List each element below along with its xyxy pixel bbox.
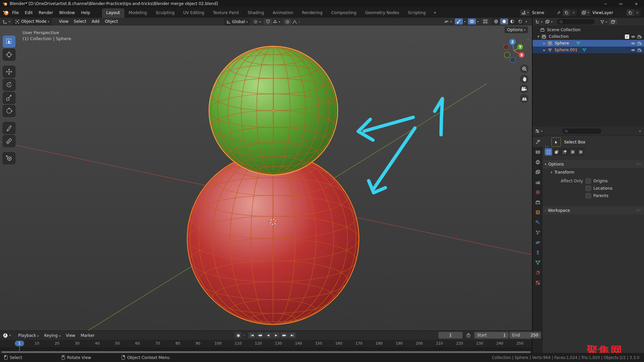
close-button[interactable]: ×: [629, 0, 644, 7]
viewport-options-button[interactable]: Options▾: [504, 26, 528, 33]
add-workspace-button[interactable]: +: [430, 8, 440, 18]
viewlayer-copy-button[interactable]: [627, 9, 634, 16]
timeline-editor-type-button[interactable]: ▾: [2, 333, 11, 339]
playback-menu[interactable]: Playback▾: [15, 333, 42, 338]
shading-wireframe-button[interactable]: [492, 18, 500, 24]
select-menu[interactable]: Select: [71, 19, 89, 24]
jump-to-start-button[interactable]: |◀: [248, 332, 256, 338]
tab-material[interactable]: [533, 267, 543, 278]
tool-rotate[interactable]: [3, 79, 15, 91]
outliner-row-collection[interactable]: ▼ Collection ✓: [533, 33, 644, 40]
hide-eye-icon[interactable]: [631, 35, 636, 39]
minimize-button[interactable]: ─: [598, 0, 613, 7]
timeline-track-band[interactable]: [0, 347, 532, 351]
xray-toggle[interactable]: [481, 18, 489, 24]
region-collapse-chevron[interactable]: ‹: [527, 37, 529, 42]
overlays-dropdown[interactable]: ▾: [477, 20, 479, 23]
outliner-search-input[interactable]: [557, 19, 595, 24]
transform-subpanel-header[interactable]: ▾Transform: [549, 168, 644, 176]
shading-solid-button[interactable]: [500, 18, 508, 24]
menu-render[interactable]: Render: [36, 9, 56, 16]
tab-sculpting[interactable]: Sculpting: [151, 8, 179, 18]
blender-menu-icon[interactable]: [3, 9, 9, 16]
tab-tool[interactable]: [533, 137, 543, 147]
outliner-filter-button[interactable]: ▾: [599, 19, 608, 25]
pin-icon[interactable]: [557, 11, 561, 15]
keying-menu[interactable]: Keying▾: [42, 333, 63, 338]
select-mode-invert[interactable]: [569, 148, 576, 156]
timeline-view-menu[interactable]: View: [63, 333, 78, 338]
snap-target-dropdown[interactable]: ▾: [272, 19, 281, 25]
tab-particles[interactable]: [533, 227, 543, 237]
tab-layout[interactable]: Layout: [102, 8, 124, 18]
show-object-types-dropdown[interactable]: ▾: [443, 18, 452, 24]
tab-texture-paint[interactable]: Texture Paint: [209, 8, 243, 18]
tab-compositing[interactable]: Compositing: [327, 8, 361, 18]
gizmos-dropdown[interactable]: ▾: [464, 20, 466, 23]
viewlayer-browse-button[interactable]: ▾: [580, 9, 590, 16]
play-reverse-button[interactable]: ◀: [264, 332, 272, 338]
next-keyframe-button[interactable]: ◆▶: [280, 332, 288, 338]
menu-edit[interactable]: Edit: [22, 9, 36, 16]
workspace-panel-header[interactable]: ›Workspace ⠿⠿: [543, 206, 644, 215]
properties-search-input[interactable]: [562, 128, 601, 134]
tool-cursor[interactable]: [3, 49, 15, 61]
select-mode-subtract[interactable]: [561, 148, 568, 156]
tab-geometry-nodes[interactable]: Geometry Nodes: [361, 8, 404, 18]
zoom-view-button[interactable]: [520, 64, 529, 73]
tab-constraints[interactable]: [533, 247, 543, 257]
snap-toggle[interactable]: [264, 19, 272, 25]
expand-arrow-icon[interactable]: ▶: [542, 49, 547, 52]
tab-modifiers[interactable]: [533, 217, 543, 227]
hide-eye-icon[interactable]: [631, 41, 636, 46]
tool-measure[interactable]: [3, 135, 15, 147]
tab-scene[interactable]: [533, 177, 543, 187]
scene-unlink-button[interactable]: ×: [570, 9, 577, 16]
tab-render[interactable]: [533, 147, 543, 157]
tab-output[interactable]: [533, 157, 543, 167]
tool-select-box[interactable]: [3, 36, 15, 48]
playhead-line[interactable]: [19, 346, 20, 351]
tab-view-layer[interactable]: [533, 167, 543, 177]
gizmos-toggle[interactable]: [455, 18, 463, 24]
jump-to-end-button[interactable]: ▶|: [288, 332, 296, 338]
origins-checkbox[interactable]: [586, 178, 591, 184]
outliner-filter-type-button[interactable]: ▾: [544, 19, 553, 25]
render-camera-icon[interactable]: [637, 35, 642, 39]
outliner-row-scene-collection[interactable]: Scene Collection: [533, 26, 644, 33]
expand-arrow-icon[interactable]: ▼: [536, 35, 541, 38]
gizmo-x-label[interactable]: X: [520, 53, 523, 57]
pan-view-button[interactable]: [520, 75, 529, 83]
select-mode-intersect[interactable]: [577, 148, 584, 156]
render-camera-icon[interactable]: [637, 48, 642, 52]
properties-options-dropdown[interactable]: ▾: [639, 130, 641, 133]
outliner-row-sphere-001[interactable]: ▶ Sphere.001: [533, 47, 644, 53]
shading-rendered-button[interactable]: [516, 18, 524, 24]
menu-file[interactable]: File: [9, 9, 22, 16]
tab-uv-editing[interactable]: UV Editing: [179, 8, 209, 18]
mode-dropdown[interactable]: Object Mode ▾: [13, 18, 52, 25]
properties-editor-type-button[interactable]: ▾: [534, 128, 543, 134]
parents-checkbox[interactable]: [586, 193, 591, 198]
tool-scale[interactable]: [3, 92, 15, 104]
viewlayer-remove-button[interactable]: ×: [634, 9, 641, 16]
overlays-toggle[interactable]: [468, 18, 476, 24]
select-mode-set[interactable]: [545, 148, 552, 156]
tool-annotate[interactable]: [3, 122, 15, 134]
view-menu[interactable]: View: [56, 19, 71, 24]
scene-copy-button[interactable]: [563, 9, 570, 16]
outliner-display-mode-dropdown[interactable]: ▾: [534, 19, 543, 25]
shading-dropdown[interactable]: ▾: [526, 20, 527, 23]
scene-name-field[interactable]: Scene: [530, 9, 563, 16]
select-mode-extend[interactable]: [553, 148, 560, 156]
viewlayer-name-field[interactable]: ViewLayer: [590, 9, 627, 16]
tab-modeling[interactable]: Modeling: [124, 8, 152, 18]
orientation-dropdown[interactable]: Global ▾: [224, 18, 250, 25]
outliner-row-sphere[interactable]: ▶ Sphere: [533, 40, 644, 47]
editor-type-button[interactable]: ▾: [2, 19, 10, 24]
scene-browse-button[interactable]: ▾: [520, 9, 530, 16]
end-frame-field[interactable]: End 250: [509, 332, 541, 339]
gizmo-z-label[interactable]: Z: [511, 40, 514, 44]
proportional-falloff-dropdown[interactable]: ▾: [291, 19, 301, 25]
render-camera-icon[interactable]: [637, 41, 642, 46]
